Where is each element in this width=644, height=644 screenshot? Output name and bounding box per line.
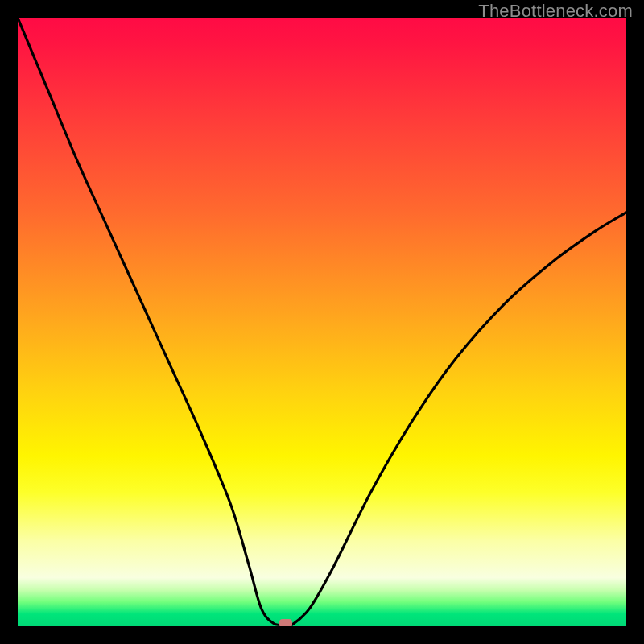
watermark-text: TheBottleneck.com [478, 1, 633, 22]
plot-area [18, 18, 626, 626]
bottleneck-curve [18, 18, 626, 626]
optimum-marker [279, 619, 292, 626]
chart-frame: TheBottleneck.com [0, 0, 644, 644]
